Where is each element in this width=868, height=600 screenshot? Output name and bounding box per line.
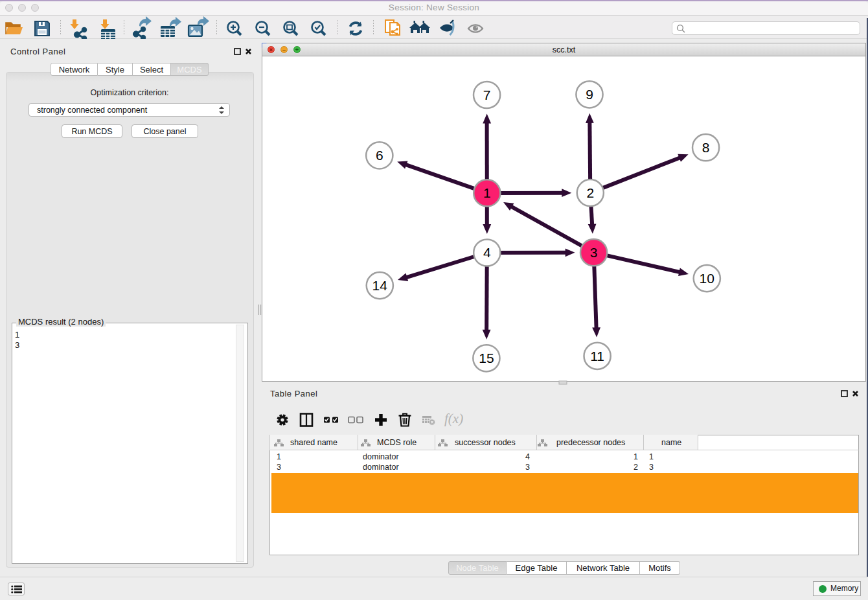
svg-text:9: 9 — [586, 87, 593, 102]
svg-text:MCDS role: MCDS role — [377, 438, 417, 447]
svg-text:10: 10 — [700, 271, 714, 286]
svg-text:3: 3 — [525, 463, 530, 472]
svg-text:14: 14 — [372, 278, 388, 293]
svg-text:6: 6 — [376, 148, 383, 163]
svg-text:successor nodes: successor nodes — [455, 438, 516, 447]
svg-text:7: 7 — [483, 87, 491, 102]
svg-text:1: 1 — [483, 185, 491, 200]
svg-text:3: 3 — [277, 463, 281, 472]
svg-text:predecessor nodes: predecessor nodes — [556, 438, 625, 447]
svg-text:1: 1 — [649, 452, 654, 461]
svg-text:4: 4 — [525, 452, 530, 461]
svg-text:name: name — [661, 438, 681, 447]
svg-text:dominator: dominator — [363, 463, 399, 472]
svg-text:2: 2 — [634, 463, 638, 472]
svg-text:11: 11 — [590, 349, 604, 363]
svg-text:1: 1 — [277, 452, 281, 461]
svg-text:4: 4 — [483, 245, 491, 260]
svg-text:15: 15 — [479, 351, 494, 365]
svg-text:1: 1 — [634, 452, 638, 461]
svg-text:shared name: shared name — [290, 438, 337, 447]
svg-text:3: 3 — [590, 245, 598, 260]
svg-text:2: 2 — [586, 185, 594, 200]
svg-text:3: 3 — [649, 463, 654, 472]
svg-text:8: 8 — [702, 140, 710, 155]
svg-text:dominator: dominator — [363, 452, 399, 461]
